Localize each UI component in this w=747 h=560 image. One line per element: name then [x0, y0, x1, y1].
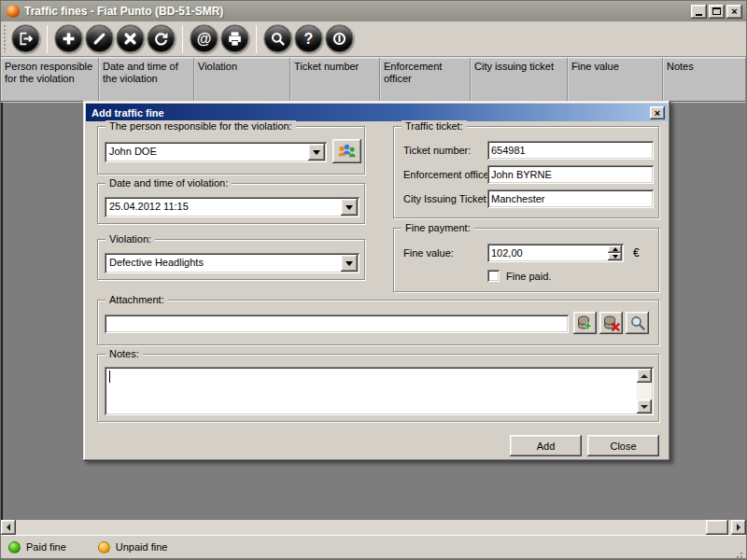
person-group: The person responsible for the violation… [97, 126, 365, 175]
violation-group: Violation: Defective Headlights [97, 239, 365, 280]
close-icon: × [731, 7, 737, 16]
notes-scroll-up-button[interactable] [637, 369, 652, 383]
print-button[interactable] [220, 24, 249, 53]
attachment-path-input[interactable] [105, 315, 569, 333]
arrow-up-icon [641, 374, 648, 378]
fine-value-input[interactable] [487, 244, 624, 262]
column-header-city-issuing-ticket[interactable]: City issuing ticket [471, 58, 568, 101]
add-traffic-fine-dialog: Add traffic fine × The person responsibl… [83, 101, 670, 461]
edit-icon [91, 30, 108, 48]
print-icon [226, 30, 244, 48]
notes-group-label: Notes: [106, 348, 143, 359]
exit-button[interactable] [11, 24, 40, 53]
window-controls: × [691, 5, 742, 19]
column-header-ticket-number[interactable]: Ticket number [290, 58, 380, 101]
maximize-icon [712, 7, 721, 15]
add-button[interactable] [54, 24, 83, 53]
scroll-left-button[interactable] [1, 520, 16, 535]
dialog-title: Add traffic fine [92, 107, 650, 119]
notes-scroll-down-button[interactable] [637, 399, 652, 413]
unpaid-fine-legend: Unpaid fine [98, 541, 168, 553]
close-dialog-button[interactable]: Close [587, 435, 659, 456]
help-button[interactable]: ? [294, 24, 323, 53]
power-button[interactable] [325, 24, 354, 53]
attachment-add-button[interactable] [573, 312, 597, 334]
edit-button[interactable] [85, 24, 114, 53]
column-header-date[interactable]: Date and time of the violation [99, 58, 194, 101]
violation-combobox-value: Defective Headlights [105, 253, 359, 273]
currency-symbol: € [633, 246, 640, 259]
city-issuing-ticket-input[interactable] [487, 189, 654, 208]
violation-combobox[interactable]: Defective Headlights [105, 253, 359, 273]
scrollbar-thumb[interactable] [706, 520, 728, 535]
fine-paid-checkbox[interactable] [487, 270, 500, 282]
email-button[interactable]: @ [190, 24, 218, 53]
horizontal-scrollbar[interactable] [1, 520, 746, 535]
arrow-right-icon [737, 524, 740, 531]
dialog-titlebar[interactable]: Add traffic fine × [86, 104, 668, 121]
paid-fine-label: Paid fine [26, 541, 66, 553]
unpaid-dot-icon [98, 541, 110, 553]
spin-down-button[interactable] [608, 253, 622, 260]
date-combobox[interactable]: 25.04.2012 11:15 [105, 197, 359, 217]
ticket-number-input[interactable] [487, 141, 654, 160]
toolbar-separator [182, 25, 183, 53]
refresh-button[interactable] [147, 24, 176, 53]
arrow-down-icon [641, 405, 648, 409]
violation-group-label: Violation: [106, 233, 155, 245]
person-dropdown-button[interactable] [308, 144, 325, 161]
close-button[interactable]: × [726, 5, 742, 19]
column-header-enforcement-officer[interactable]: Enforcement officer [380, 58, 471, 101]
minimize-button[interactable] [691, 5, 707, 19]
table-header: Person responsible for the violation Dat… [1, 57, 746, 102]
fine-paid-label: Fine paid. [506, 271, 551, 282]
add-fine-button[interactable]: Add [510, 435, 582, 456]
enforcement-officer-input[interactable] [487, 165, 654, 184]
search-button[interactable] [263, 24, 292, 53]
chevron-down-icon [345, 205, 353, 210]
close-icon: × [655, 108, 660, 118]
paid-fine-legend: Paid fine [8, 541, 66, 553]
fine-value-spinner [608, 245, 622, 260]
minimize-icon [696, 14, 702, 16]
manage-persons-button[interactable] [332, 139, 361, 163]
status-bar: Paid fine Unpaid fine [1, 535, 746, 558]
application-window: Traffic fines - Fiat Punto (BD-51-SMR) × [0, 0, 747, 560]
ticket-number-label: Ticket number: [403, 145, 471, 156]
maximize-button[interactable] [709, 5, 725, 19]
attachment-add-icon [577, 315, 594, 331]
column-header-violation[interactable]: Violation [194, 58, 290, 101]
paid-dot-icon [8, 541, 21, 553]
notes-textarea[interactable] [105, 367, 654, 415]
notes-vertical-scrollbar[interactable] [637, 369, 652, 413]
attachment-view-icon [629, 315, 646, 331]
person-combobox[interactable]: John DOE [105, 142, 327, 162]
fine-payment-group: Fine payment: Fine value: € Fine paid. [393, 228, 659, 292]
dialog-close-button[interactable]: × [650, 106, 665, 119]
attachment-remove-icon [603, 315, 620, 331]
toolbar-grip[interactable] [3, 25, 7, 52]
people-icon [336, 143, 358, 160]
scroll-right-button[interactable] [731, 520, 746, 535]
column-header-person[interactable]: Person responsible for the violation [1, 58, 99, 101]
add-icon [60, 30, 78, 48]
resize-grip[interactable] [740, 553, 742, 554]
attachment-view-button[interactable] [626, 312, 649, 334]
help-icon: ? [304, 32, 314, 47]
window-titlebar[interactable]: Traffic fines - Fiat Punto (BD-51-SMR) × [1, 1, 746, 21]
delete-button[interactable] [116, 24, 145, 53]
notes-group: Notes: [97, 354, 659, 422]
city-issuing-ticket-label: City Issuing Ticket: [403, 193, 489, 204]
column-header-fine-value[interactable]: Fine value [568, 58, 663, 101]
column-header-notes[interactable]: Notes [663, 58, 746, 101]
toolbar-separator [256, 25, 257, 53]
power-icon [331, 30, 348, 48]
chevron-down-icon [345, 261, 353, 266]
violation-dropdown-button[interactable] [341, 255, 358, 272]
refresh-icon [152, 30, 170, 48]
date-dropdown-button[interactable] [341, 199, 358, 216]
window-title: Traffic fines - Fiat Punto (BD-51-SMR) [24, 5, 691, 18]
spin-up-button[interactable] [608, 245, 622, 253]
person-combobox-value: John DOE [105, 142, 327, 162]
attachment-remove-button[interactable] [599, 312, 623, 334]
